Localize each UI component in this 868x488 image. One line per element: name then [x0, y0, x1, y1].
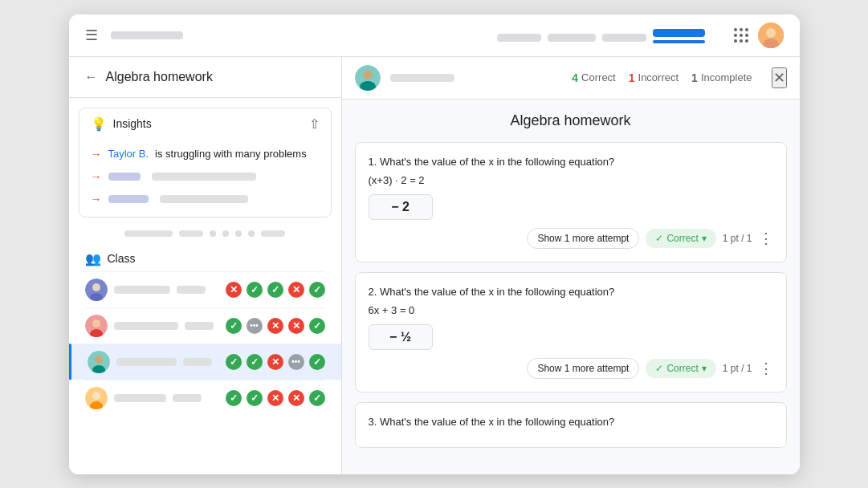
badge-check-4c: ✓: [309, 390, 325, 406]
student-row-3[interactable]: ✓ ✓ ✕ ••• ✓: [69, 344, 341, 380]
nav-tabs: [497, 29, 705, 42]
chevron-down-icon-1: ▾: [702, 233, 707, 244]
correct-score: 4 Correct: [572, 71, 615, 84]
insight-item-2: →: [79, 165, 331, 188]
badge-x-4b: ✕: [288, 390, 304, 406]
correct-status-btn-2[interactable]: ✓ Correct ▾: [646, 359, 715, 378]
tab-2-label: [548, 34, 596, 42]
question-eq-2: 6x + 3 = 0: [369, 304, 773, 316]
student-score-1: [177, 286, 206, 294]
question-text-2: 2. What's the value of the x in the foll…: [369, 286, 773, 298]
close-button[interactable]: ✕: [772, 67, 787, 88]
student-row-4[interactable]: ✓ ✓ ✕ ✕ ✓: [85, 380, 325, 416]
student-score-3: [183, 358, 212, 366]
badge-x-2b: ✕: [288, 318, 304, 334]
student-name-4: [114, 394, 166, 402]
chevron-up-icon: ⇧: [309, 116, 320, 132]
tab-3[interactable]: [602, 34, 646, 42]
student-avatar-1: [85, 279, 108, 301]
sidebar-header: ← Algebra homework: [69, 57, 341, 98]
page-dot-1: [210, 230, 216, 237]
tab-1-label: [497, 34, 541, 42]
student-badges-3: ✓ ✓ ✕ ••• ✓: [226, 354, 325, 370]
nav-title-placeholder: [111, 31, 183, 39]
student-score-2: [185, 322, 214, 330]
arrow-right-icon-2: →: [91, 170, 102, 183]
tab-4-underline: [653, 40, 705, 43]
right-panel: 4 Correct 1 Incorrect 1 Incomplete ✕ A: [342, 57, 800, 474]
insights-header-left: 💡 Insights: [91, 116, 152, 132]
class-section: 👥 Class ✕ ✓ ✓ ✕: [69, 243, 341, 419]
insight-placeholder-3a: [108, 195, 149, 203]
questions-area: Algebra homework 1. What's the value of …: [342, 100, 800, 474]
correct-status-btn-1[interactable]: ✓ Correct ▾: [646, 229, 715, 248]
insight-student-name[interactable]: Taylor B.: [108, 148, 149, 160]
badge-x-4a: ✕: [267, 390, 283, 406]
pagination: [69, 224, 341, 243]
bulb-icon: 💡: [91, 116, 107, 132]
pts-label-2: 1 pt / 1: [723, 363, 752, 374]
check-icon-1: ✓: [655, 233, 663, 244]
incorrect-label: Incorrect: [638, 71, 679, 83]
student-badges-2: ✓ ••• ✕ ✕ ✓: [226, 318, 325, 334]
student-avatar-4: [85, 387, 108, 409]
badge-check-2a: ✓: [226, 318, 242, 334]
tab-2[interactable]: [548, 34, 596, 42]
arrow-right-icon-3: →: [91, 193, 102, 205]
badge-dots-2: •••: [247, 318, 263, 334]
more-options-btn-2[interactable]: ⋮: [759, 360, 773, 377]
incorrect-num: 1: [629, 71, 635, 84]
back-button[interactable]: ←: [85, 70, 98, 84]
incomplete-score: 1 Incomplete: [691, 71, 752, 84]
class-icon: 👥: [85, 251, 101, 266]
sidebar-title: Algebra homework: [106, 70, 213, 84]
tab-3-label: [602, 34, 646, 42]
more-options-btn-1[interactable]: ⋮: [759, 230, 773, 247]
user-avatar[interactable]: [758, 22, 784, 48]
question-text-1: 1. What's the value of the x in the foll…: [369, 156, 773, 168]
student-badges-4: ✓ ✓ ✕ ✕ ✓: [226, 390, 325, 406]
badge-check-2b: ✓: [309, 318, 325, 334]
app-grid-icon[interactable]: [734, 28, 748, 43]
answer-box-2: − ½: [369, 324, 433, 350]
tab-4-active[interactable]: [653, 29, 705, 42]
insights-header[interactable]: 💡 Insights ⇧: [79, 108, 331, 140]
badge-check-3a: ✓: [226, 354, 242, 370]
question-text-3: 3. What's the value of the x in the foll…: [369, 416, 773, 428]
insight-item-3: →: [79, 188, 331, 210]
tab-1[interactable]: [497, 34, 541, 42]
insights-items: → Taylor B. is struggling with many prob…: [79, 140, 331, 217]
show-attempt-btn-1[interactable]: Show 1 more attempt: [527, 228, 639, 249]
incomplete-num: 1: [691, 71, 698, 84]
hamburger-icon[interactable]: ☰: [85, 26, 98, 44]
insight-placeholder-2b: [152, 173, 256, 181]
student-detail-header: 4 Correct 1 Incorrect 1 Incomplete ✕: [342, 57, 800, 100]
main-window: ☰: [69, 14, 800, 474]
svg-point-7: [92, 319, 100, 327]
class-header: 👥 Class: [85, 251, 325, 266]
show-attempt-btn-2[interactable]: Show 1 more attempt: [527, 358, 639, 379]
badge-check-1b: ✓: [267, 282, 283, 298]
student-row-1[interactable]: ✕ ✓ ✓ ✕ ✓: [85, 271, 325, 307]
badge-check-3b: ✓: [247, 354, 263, 370]
nav-right: [734, 22, 784, 48]
insights-card: 💡 Insights ⇧ → Taylor B. is struggling w…: [79, 108, 332, 218]
page-placeholder-2: [179, 230, 203, 237]
class-label: Class: [108, 252, 136, 265]
badge-check-4b: ✓: [247, 390, 263, 406]
question-card-1: 1. What's the value of the x in the foll…: [355, 142, 787, 262]
question-card-3: 3. What's the value of the x in the foll…: [355, 402, 787, 448]
student-avatar-2: [85, 315, 108, 337]
score-section: 4 Correct 1 Incorrect 1 Incomplete: [562, 71, 752, 84]
insight-placeholder-3b: [160, 195, 248, 203]
student-header-avatar: [355, 65, 381, 91]
student-row-2[interactable]: ✓ ••• ✕ ✕ ✓: [85, 307, 325, 344]
badge-check-1c: ✓: [309, 282, 325, 298]
student-avatar-3: [88, 351, 110, 373]
chevron-down-icon-2: ▾: [702, 363, 707, 374]
svg-point-1: [766, 28, 776, 38]
insights-title: Insights: [113, 117, 152, 130]
badge-x-3a: ✕: [267, 354, 283, 370]
question-card-2: 2. What's the value of the x in the foll…: [355, 272, 787, 392]
top-nav: ☰: [69, 14, 800, 57]
